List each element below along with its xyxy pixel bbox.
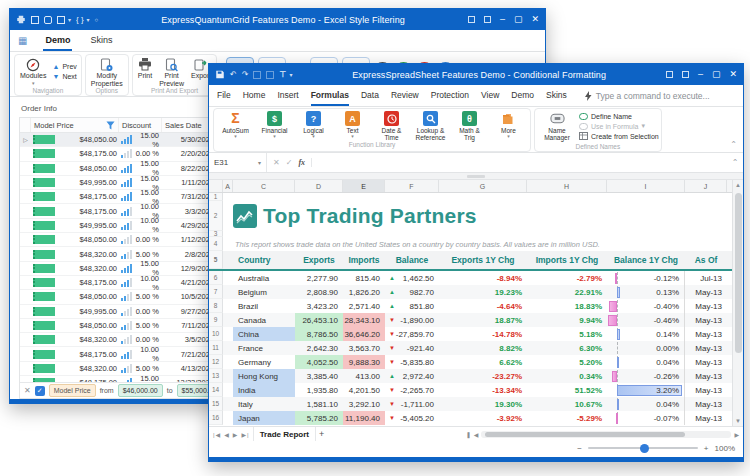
cancel-entry-icon[interactable]: ✕ — [273, 158, 280, 167]
sheet-row[interactable]: 4 This report shows trade data on the Un… — [209, 237, 743, 251]
modules-button[interactable]: Modules ▾ — [17, 56, 49, 87]
logical-button[interactable]: ? Logical▾ — [294, 110, 333, 141]
cell-discount[interactable]: 5.00 % — [119, 250, 162, 259]
sheet-table-row[interactable]: 9 Canada 26,453.10 28,343.10 ▼ -1,890.00… — [209, 313, 743, 327]
header-country[interactable]: Country — [233, 255, 295, 265]
row-header[interactable]: 8 — [209, 299, 223, 313]
cell-imports[interactable]: 11,190.40 — [343, 411, 385, 425]
tab-review[interactable]: Review — [391, 85, 419, 106]
cell-imports[interactable]: 28,343.10 — [343, 313, 385, 327]
sheet-table-row[interactable]: 12 Germany 4,052.50 9,888.30 ▼ -5,835.80… — [209, 355, 743, 369]
cell-country[interactable]: France — [233, 341, 295, 355]
cell-balance[interactable]: ▼ -27,859.70 — [385, 327, 439, 341]
ribbon-options-icon[interactable] — [468, 16, 475, 23]
confirm-entry-icon[interactable]: ✓ — [286, 158, 293, 167]
cell-exports[interactable]: 1,581.10 — [295, 397, 343, 411]
tab-skins[interactable]: Skins — [88, 30, 114, 51]
cell-balance[interactable]: ▼ -1,711.00 — [385, 397, 439, 411]
cell-country[interactable]: China — [233, 327, 295, 341]
date-time-button[interactable]: Date & Time — [372, 110, 411, 141]
cell-country[interactable]: Brazil — [233, 299, 295, 313]
cell-exports-chg[interactable]: -23.27% — [439, 369, 527, 383]
scroll-left-icon[interactable]: ◀ — [474, 431, 479, 438]
cell-balance[interactable]: ▲ 2,972.40 — [385, 369, 439, 383]
row-header[interactable]: 1 — [209, 193, 223, 201]
prev-button[interactable]: ▲Prev — [52, 63, 76, 70]
cell-exports-chg[interactable]: -8.94% — [439, 271, 527, 285]
modify-properties-button[interactable]: Modify Properties — [88, 56, 126, 87]
scroll-up-icon[interactable]: ▲ — [733, 180, 743, 190]
cell-country[interactable]: Belgium — [233, 285, 295, 299]
row-header[interactable]: 13 — [209, 369, 223, 383]
cell-balance[interactable]: ▲ 1,462.50 — [385, 271, 439, 285]
quick-access-toolbar[interactable]: ↶ ↷ ⊤▾ — [215, 70, 292, 79]
name-manager-button[interactable]: Name Manager — [537, 110, 577, 143]
formula-input[interactable] — [312, 153, 727, 172]
cell-balance[interactable]: ▲ 982.70 — [385, 285, 439, 299]
cell-asof[interactable]: May-13 — [685, 299, 727, 313]
cell-imports[interactable]: 413.00 — [343, 369, 385, 383]
cell-imports[interactable]: 1,826.20 — [343, 285, 385, 299]
column-header[interactable]: D — [295, 180, 343, 192]
sheet-table-row[interactable]: 16 Japan 5,785.20 11,190.40 ▼ -5,405.20 … — [209, 411, 743, 425]
header-asof[interactable]: As Of — [685, 255, 727, 265]
cell-exports[interactable]: 3,423.20 — [295, 299, 343, 313]
row-header[interactable]: 15 — [209, 397, 223, 411]
tab-file[interactable]: File — [217, 85, 231, 106]
table-header-row[interactable]: 5 Country Exports Imports Balance Export… — [209, 251, 743, 271]
cell-discount[interactable]: 15.00 % — [119, 133, 162, 149]
cell-imports-chg[interactable]: -5.29% — [527, 411, 607, 425]
tab-demo[interactable]: Demo — [511, 85, 534, 106]
scroll-right-icon[interactable]: ▶ — [734, 431, 739, 438]
name-box[interactable]: E31 ▾ — [209, 153, 267, 172]
sheet-table-row[interactable]: 11 France 2,642.30 3,563.70 ▼ -921.40 8.… — [209, 341, 743, 355]
titlebar[interactable]: ↶ ↷ ⊤▾ ExpressSpreadSheet Features Demo … — [209, 64, 743, 85]
cell-discount[interactable]: 0.00 % — [119, 335, 162, 344]
tab-protection[interactable]: Protection — [431, 85, 469, 106]
cell-exports[interactable]: 3,385.40 — [295, 369, 343, 383]
cell-imports[interactable]: 3,563.70 — [343, 341, 385, 355]
cell-exports[interactable]: 8,786.50 — [295, 327, 343, 341]
column-header[interactable]: G — [439, 180, 527, 192]
cell-asof[interactable]: May-13 — [685, 327, 727, 341]
cell-model-price[interactable]: $48,175.00 — [31, 350, 119, 359]
command-search-box[interactable]: Type a command to execute... — [585, 91, 710, 101]
print-icon[interactable] — [253, 71, 261, 79]
cell-asof[interactable]: May-13 — [685, 285, 727, 299]
use-in-formula-button[interactable]: Use in Formula ▾ — [579, 122, 659, 130]
cell-country[interactable]: Australia — [233, 271, 295, 285]
next-button[interactable]: ▼Next — [52, 73, 76, 80]
cell-imports-chg[interactable]: 5.18% — [527, 327, 607, 341]
cell-balance-chg[interactable]: -0.40% — [607, 299, 685, 313]
cell-imports[interactable]: 2,571.40 — [343, 299, 385, 313]
cell-imports[interactable]: 3,292.10 — [343, 397, 385, 411]
app-menu-icon[interactable]: ▦ — [18, 35, 27, 46]
tab-demo[interactable]: Demo — [43, 30, 72, 51]
cell-balance-chg[interactable]: 0.04% — [607, 397, 685, 411]
cell-exports[interactable]: 2,808.90 — [295, 285, 343, 299]
row-header[interactable]: 5 — [209, 251, 223, 269]
save-icon[interactable] — [215, 70, 225, 79]
window-layout-icon[interactable] — [57, 16, 65, 24]
row-header[interactable]: 6 — [209, 271, 223, 285]
cell-imports-chg[interactable]: 51.52% — [527, 383, 607, 397]
skin-palette-icon[interactable] — [44, 16, 52, 24]
header-balance-chg[interactable]: Balance 1Y Chg — [607, 255, 685, 265]
column-header[interactable]: J — [685, 180, 727, 192]
cell-country[interactable]: Canada — [233, 313, 295, 327]
cell-model-price[interactable]: $48,050.00 — [31, 235, 119, 244]
close-filter-icon[interactable]: ✕ — [24, 386, 31, 395]
cell-model-price[interactable]: $49,995.00 — [31, 307, 119, 316]
row-header[interactable]: 7 — [209, 285, 223, 299]
cell-imports-chg[interactable]: 0.34% — [527, 369, 607, 383]
quick-access-toolbar[interactable]: ▾ { }▾ ○ — [16, 15, 98, 24]
maximize-button[interactable]: ▢ — [514, 15, 523, 24]
cell-imports-chg[interactable]: 9.94% — [527, 313, 607, 327]
cell-discount[interactable]: 10.00 % — [119, 216, 162, 234]
cell-balance[interactable]: ▼ -1,890.00 — [385, 313, 439, 327]
redo-icon[interactable]: ↷ — [242, 70, 249, 79]
tab-data[interactable]: Data — [361, 85, 379, 106]
cell-model-price[interactable]: $48,050.00 — [31, 135, 119, 144]
horizontal-scrollbar[interactable]: ❚ ◀ ▶ — [327, 431, 739, 438]
financial-button[interactable]: $ Financial▾ — [255, 110, 294, 141]
